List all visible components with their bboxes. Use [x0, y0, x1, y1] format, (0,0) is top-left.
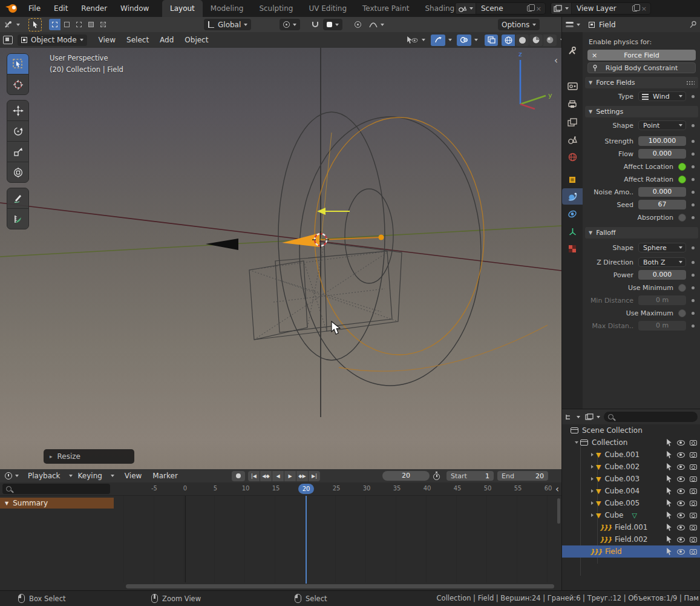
render-visibility-icon[interactable]	[690, 525, 697, 530]
affect-rotation-checkbox[interactable]	[678, 176, 686, 183]
snap-toggle[interactable]	[309, 19, 322, 30]
new-scene-icon[interactable]	[527, 5, 532, 12]
animate-dot[interactable]	[692, 274, 695, 277]
xray-toggle[interactable]	[485, 35, 498, 46]
menu-playback[interactable]: Playback	[22, 472, 66, 480]
outliner-row-collection[interactable]: Collection	[562, 436, 700, 449]
display-mode-icon[interactable]	[565, 413, 574, 421]
expander-icon[interactable]	[591, 501, 594, 505]
tab-shading[interactable]: Shading	[417, 0, 456, 17]
proportional-falloff-dropdown[interactable]	[365, 19, 388, 30]
operator-panel[interactable]: ▸ Resize	[44, 449, 134, 464]
menu-window[interactable]: Window	[114, 0, 155, 17]
tab-scene[interactable]	[562, 131, 583, 148]
hide-icon[interactable]	[677, 476, 685, 482]
close-icon[interactable]: ×	[641, 5, 647, 13]
chevron-down-icon[interactable]	[474, 39, 478, 41]
outliner-row-cube003[interactable]: ▼ Cube.003	[562, 473, 700, 485]
expander-icon[interactable]	[575, 441, 578, 444]
channel-search-input[interactable]	[2, 484, 110, 494]
expander-icon[interactable]	[591, 453, 594, 456]
menu-keying[interactable]: Keying	[73, 472, 108, 480]
falloff-panel-header[interactable]: ▼ Falloff	[585, 227, 698, 239]
hide-icon[interactable]	[677, 537, 685, 542]
expander-icon[interactable]	[591, 513, 594, 517]
menu-object[interactable]: Object	[179, 36, 214, 44]
expander-icon[interactable]	[591, 477, 594, 481]
vertical-scrollbar[interactable]	[557, 498, 560, 524]
preview-range-icon[interactable]	[433, 473, 440, 480]
view-layer-icon[interactable]	[551, 3, 572, 14]
properties-editor-icon[interactable]	[566, 21, 574, 28]
scene-name[interactable]: Scene	[476, 4, 527, 13]
select-mode-invert[interactable]	[85, 19, 97, 30]
animate-dot[interactable]	[692, 312, 695, 315]
expand-icon[interactable]: ▸	[50, 453, 53, 459]
playhead[interactable]	[306, 496, 307, 584]
outliner-row-cube004[interactable]: ▼ Cube.004	[562, 485, 700, 497]
viewport-3d[interactable]: z y User Perspective (20) Collection | F…	[0, 48, 561, 469]
animate-dot[interactable]	[692, 286, 695, 289]
scene-icon[interactable]	[456, 3, 476, 14]
close-icon[interactable]: ×	[536, 5, 541, 13]
animate-dot[interactable]	[692, 95, 695, 98]
hide-icon[interactable]	[677, 440, 685, 446]
selectable-icon[interactable]	[666, 536, 672, 543]
tab-output[interactable]	[562, 96, 583, 112]
outliner-row-cube005[interactable]: ▼ Cube.005	[562, 497, 700, 509]
proportional-edit-toggle[interactable]	[351, 19, 364, 30]
hide-icon[interactable]	[677, 513, 685, 518]
play-reverse-button[interactable]: ◀	[272, 471, 284, 481]
sidebar-collapse-arrow[interactable]: ‹	[554, 56, 558, 65]
animate-dot[interactable]	[692, 324, 695, 328]
tab-layout[interactable]: Layout	[162, 0, 203, 17]
timeline-ruler[interactable]: -5 0 5 10 15 20 25 30 35 40 45 50 55 60 …	[0, 482, 561, 496]
breadcrumb[interactable]: Field	[599, 21, 616, 29]
render-visibility-icon[interactable]	[690, 452, 697, 458]
outliner-row-field002[interactable]: }}} Field.002	[562, 533, 700, 545]
prev-keyframe-button[interactable]: ◀◆	[260, 471, 272, 481]
tool-cursor[interactable]	[7, 74, 29, 95]
tool-transform[interactable]	[7, 162, 29, 183]
expander-icon[interactable]	[591, 465, 594, 469]
jump-to-start-button[interactable]: |◀	[248, 471, 260, 481]
type-dropdown[interactable]: Wind	[638, 91, 686, 101]
tool-rotate[interactable]	[7, 120, 29, 142]
tab-physics[interactable]	[562, 188, 583, 205]
menu-render[interactable]: Render	[74, 0, 114, 17]
min-distance-field[interactable]: 0 m	[638, 295, 686, 305]
keyframe-grid[interactable]	[114, 496, 561, 582]
shading-solid[interactable]	[515, 35, 529, 46]
max-distance-field[interactable]: 0 m	[638, 321, 686, 331]
shading-material[interactable]	[529, 35, 543, 46]
animate-dot[interactable]	[692, 299, 695, 302]
editor-type-icon[interactable]	[3, 36, 13, 44]
gizmos-toggle[interactable]	[431, 35, 445, 46]
chevron-down-icon[interactable]	[577, 416, 580, 418]
outliner-row-cube001[interactable]: ▼ Cube.001	[562, 449, 700, 461]
selectable-icon[interactable]	[666, 512, 672, 519]
animate-dot[interactable]	[692, 261, 695, 264]
flow-field[interactable]: 0.000	[638, 149, 686, 159]
tab-object-data[interactable]	[562, 223, 583, 240]
chevron-down-icon[interactable]	[577, 24, 580, 26]
render-visibility-icon[interactable]	[690, 513, 697, 518]
next-keyframe-button[interactable]: ◆▶	[296, 471, 308, 481]
tool-annotate[interactable]	[7, 188, 29, 209]
tool-measure[interactable]	[7, 208, 29, 229]
selectable-icon[interactable]	[666, 548, 672, 555]
animate-dot[interactable]	[692, 165, 695, 168]
tool-editor-dropdown[interactable]	[4, 21, 20, 29]
selectable-icon[interactable]	[666, 475, 672, 482]
tab-render[interactable]	[562, 77, 583, 94]
tab-world[interactable]	[562, 149, 583, 165]
snap-target-dropdown[interactable]	[323, 19, 342, 30]
pin-icon[interactable]	[689, 21, 697, 28]
menu-add[interactable]: Add	[154, 36, 179, 44]
tool-scale[interactable]	[7, 141, 29, 162]
selectable-icon[interactable]	[666, 487, 672, 495]
start-frame-field[interactable]: Start 1	[446, 471, 494, 481]
collapse-triangle-icon[interactable]: ▼	[5, 501, 8, 506]
view-layer-name[interactable]: View Layer	[572, 4, 632, 13]
tab-object[interactable]	[562, 171, 583, 188]
